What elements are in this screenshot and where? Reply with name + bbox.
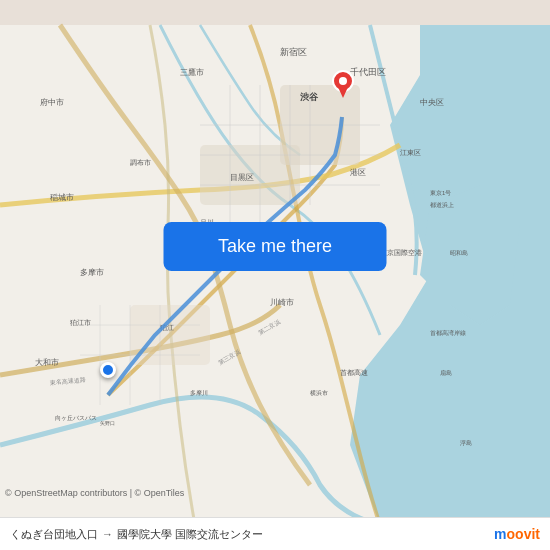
map-background: 新宿区 千代田区 三鷹市 府中市 稲城市 多摩市 大和市 渋谷 港区 中央区 江…: [0, 0, 550, 550]
route-info: くぬぎ台団地入口 → 國學院大學 国際交流センター: [10, 527, 263, 542]
svg-point-52: [339, 77, 347, 85]
svg-text:首都高速: 首都高速: [340, 369, 368, 376]
svg-text:都道浜上: 都道浜上: [430, 202, 454, 208]
svg-text:東京1号: 東京1号: [430, 189, 451, 196]
svg-text:大和市: 大和市: [35, 358, 59, 367]
svg-text:首都高湾岸線: 首都高湾岸線: [430, 329, 466, 336]
svg-text:稲城市: 稲城市: [50, 193, 74, 202]
svg-text:港区: 港区: [350, 168, 366, 177]
svg-text:多摩市: 多摩市: [80, 268, 104, 277]
svg-text:府中市: 府中市: [40, 98, 64, 107]
svg-text:江東区: 江東区: [400, 149, 421, 156]
svg-text:調布市: 調布市: [130, 159, 151, 166]
svg-text:川崎市: 川崎市: [270, 298, 294, 307]
svg-text:矢野口: 矢野口: [100, 420, 115, 426]
svg-marker-51: [338, 87, 348, 98]
svg-text:目黒区: 目黒区: [230, 173, 254, 182]
svg-text:狛江市: 狛江市: [70, 319, 91, 326]
svg-text:中央区: 中央区: [420, 98, 444, 107]
moovit-logo: moovit: [494, 526, 540, 542]
svg-text:扇島: 扇島: [440, 369, 452, 376]
take-me-there-button[interactable]: Take me there: [164, 222, 387, 271]
svg-text:横浜市: 横浜市: [310, 389, 328, 396]
destination-label: 國學院大學 国際交流センター: [117, 527, 263, 542]
origin-label: くぬぎ台団地入口: [10, 527, 98, 542]
svg-text:多摩川: 多摩川: [190, 389, 208, 396]
bottom-bar: くぬぎ台団地入口 → 國學院大學 国際交流センター moovit: [0, 517, 550, 550]
svg-text:千代田区: 千代田区: [350, 67, 386, 77]
map-container: 新宿区 千代田区 三鷹市 府中市 稲城市 多摩市 大和市 渋谷 港区 中央区 江…: [0, 0, 550, 550]
svg-rect-5: [130, 305, 210, 365]
svg-text:向ヶ丘バスパス: 向ヶ丘バスパス: [55, 415, 97, 421]
svg-text:浮島: 浮島: [460, 440, 472, 446]
svg-text:昭和島: 昭和島: [450, 250, 468, 256]
svg-text:三鷹市: 三鷹市: [180, 68, 204, 77]
svg-text:新宿区: 新宿区: [280, 47, 307, 57]
origin-marker: [100, 362, 116, 378]
destination-marker: [332, 70, 354, 100]
osm-credit: © OpenStreetMap contributors | © OpenTil…: [5, 488, 184, 498]
svg-text:渋谷: 渋谷: [300, 92, 319, 102]
arrow-icon: →: [102, 528, 113, 540]
